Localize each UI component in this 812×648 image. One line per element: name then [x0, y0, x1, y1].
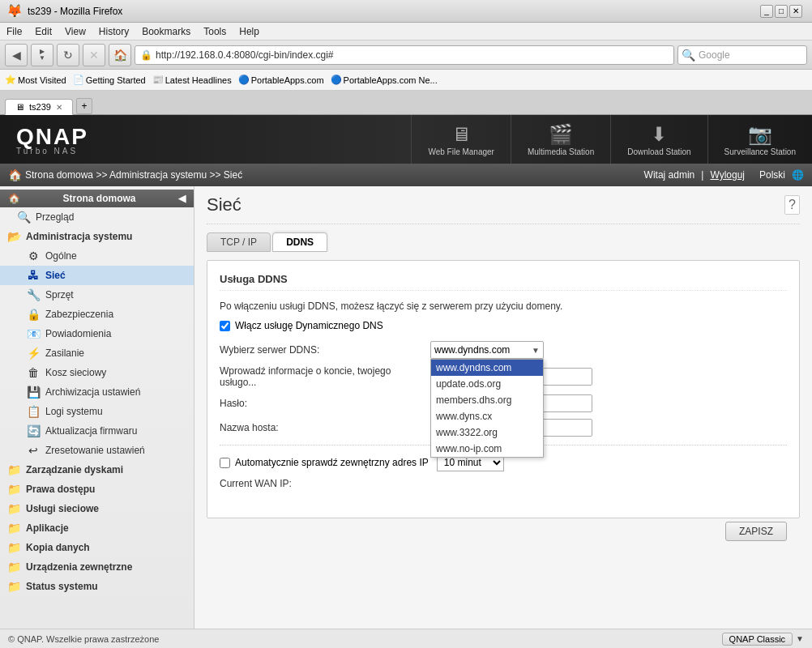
search-placeholder: Google — [699, 49, 730, 61]
sidebar-item-overview[interactable]: 🔍 Przegląd — [0, 207, 194, 227]
menu-bookmarks[interactable]: Bookmarks — [142, 26, 190, 37]
circle-icon: 🔵 — [238, 75, 250, 85]
security-icon: 🔒 — [26, 307, 41, 322]
browser-tab-ts239[interactable]: 🖥 ts239 ✕ — [5, 99, 73, 115]
reset-icon: ↩ — [26, 443, 41, 458]
dropdown-arrow-classic[interactable]: ▼ — [796, 634, 804, 643]
qnap-sidebar: 🏠 Strona domowa ◀ 🔍 Przegląd 📂 Administr… — [0, 186, 194, 629]
browser-menubar: File Edit View History Bookmarks Tools H… — [0, 23, 812, 40]
minimize-button[interactable]: _ — [760, 5, 773, 18]
option-3322[interactable]: www.3322.org — [431, 424, 543, 441]
power-icon: ⚡ — [26, 346, 41, 360]
server-label: Wybierz serwer DDNS: — [220, 344, 430, 356]
enable-ddns-row: Włącz usługę Dynamicznego DNS — [220, 320, 787, 331]
page-title-row: Sieć ? — [207, 194, 800, 215]
sidebar-item-recycle[interactable]: 🗑 Kosz sieciowy — [0, 363, 194, 382]
sidebar-item-general[interactable]: ⚙ Ogólne — [0, 246, 194, 266]
menu-tools[interactable]: Tools — [203, 26, 226, 37]
browser-title: ts239 - Mozilla Firefox — [28, 6, 122, 17]
ddns-section-title: Usługa DDNS — [220, 273, 787, 291]
enable-ddns-checkbox[interactable] — [220, 321, 230, 331]
option-noip[interactable]: www.no-ip.com — [431, 441, 543, 457]
sidebar-item-hardware[interactable]: 🔧 Sprzęt — [0, 285, 194, 305]
qnap-app: QNAP Turbo NAS 🖥 Web File Manager 🎬 Mult… — [0, 115, 812, 648]
qnap-bottombar: © QNAP. Wszelkie prawa zastrzeżone QNAP … — [0, 629, 812, 648]
bookmark-portableapps2[interactable]: 🔵 PortableApps.com Ne... — [331, 75, 438, 85]
ddns-description: Po włączeniu usługi DDNS, możesz łączyć … — [220, 301, 787, 312]
close-button[interactable]: ✕ — [789, 5, 802, 18]
option-dhs[interactable]: members.dhs.org — [431, 392, 543, 408]
menu-help[interactable]: Help — [239, 26, 259, 37]
home-button[interactable]: 🏠 — [109, 44, 131, 66]
nav-surveillance-station[interactable]: 📷 Surveillance Station — [707, 115, 812, 164]
sidebar-item-notifications[interactable]: 📧 Powiadomienia — [0, 324, 194, 343]
content-tabs: TCP / IP DDNS — [207, 232, 800, 252]
maximize-button[interactable]: □ — [775, 5, 788, 18]
sidebar-item-backup[interactable]: 💾 Archiwizacja ustawień — [0, 382, 194, 402]
option-dyndns[interactable]: www.dyndns.com — [431, 360, 543, 376]
hardware-icon: 🔧 — [26, 288, 41, 302]
sidebar-item-system-status[interactable]: 📁 Status systemu — [0, 577, 194, 596]
sidebar-item-network[interactable]: 🖧 Sieć — [0, 266, 194, 285]
sidebar-item-net-services[interactable]: 📁 Usługi sieciowe — [0, 499, 194, 518]
notifications-icon: 📧 — [26, 326, 41, 341]
option-dyns[interactable]: www.dyns.cx — [431, 408, 543, 424]
tab-close-button[interactable]: ✕ — [56, 103, 62, 112]
option-ods[interactable]: update.ods.org — [431, 376, 543, 392]
sidebar-item-ext-devices[interactable]: 📁 Urządzenia zewnętrzne — [0, 557, 194, 577]
sidebar-collapse-icon[interactable]: ◀ — [178, 193, 186, 204]
sidebar-item-logs[interactable]: 📋 Logi systemu — [0, 402, 194, 421]
surveillance-icon: 📷 — [748, 123, 772, 146]
wan-ip-label: Current WAN IP: — [220, 478, 430, 489]
nav-download-station[interactable]: ⬇ Download Station — [610, 115, 707, 164]
reload-button[interactable]: ↻ — [57, 44, 79, 66]
folder-ext-icon: 📁 — [6, 560, 21, 574]
bookmark-latest-headlines[interactable]: 📰 Latest Headlines — [152, 75, 232, 85]
new-tab-button[interactable]: + — [76, 98, 92, 114]
sidebar-item-apps[interactable]: 📁 Aplikacje — [0, 518, 194, 538]
menu-file[interactable]: File — [6, 26, 22, 37]
qnap-classic-button[interactable]: QNAP Classic — [722, 633, 793, 646]
browser-titlebar: 🦊 ts239 - Mozilla Firefox _ □ ✕ — [0, 0, 812, 23]
sidebar-item-reset[interactable]: ↩ Zresetowanie ustawień — [0, 441, 194, 460]
window-controls[interactable]: _ □ ✕ — [760, 5, 802, 18]
menu-history[interactable]: History — [99, 26, 129, 37]
bookmark-most-visited[interactable]: ⭐ Most Visited — [5, 75, 66, 85]
browser-icon: 🦊 — [6, 3, 23, 19]
stop-button[interactable]: ✕ — [83, 44, 105, 66]
sidebar-item-admin[interactable]: 📂 Administracja systemu — [0, 227, 194, 246]
home-icon: 🏠 — [8, 168, 22, 181]
bookmark-portableapps[interactable]: 🔵 PortableApps.com — [238, 75, 324, 85]
nav-multimedia-station[interactable]: 🎬 Multimedia Station — [511, 115, 610, 164]
menu-edit[interactable]: Edit — [35, 26, 52, 37]
sidebar-item-firmware[interactable]: 🔄 Aktualizacja firmwaru — [0, 421, 194, 441]
network-icon: 🖧 — [26, 268, 41, 283]
address-bar[interactable]: 🔒 http://192.168.0.4:8080/cgi-bin/index.… — [135, 45, 674, 65]
settings-icon: ⚙ — [26, 249, 41, 263]
forward-button[interactable]: ▶ ▼ — [31, 44, 53, 66]
server-select-row: Wybierz serwer DDNS: www.dyndns.com ▼ ww… — [220, 341, 787, 359]
auto-check-checkbox[interactable] — [220, 458, 230, 468]
bookmark-getting-started[interactable]: 📄 Getting Started — [73, 75, 146, 85]
server-dropdown[interactable]: www.dyndns.com ▼ — [430, 341, 544, 359]
sidebar-item-power[interactable]: ⚡ Zasilanie — [0, 343, 194, 363]
circle-icon2: 🔵 — [331, 75, 342, 85]
hostname-label: Nazwa hosta: — [220, 422, 430, 433]
backup-icon: 💾 — [26, 385, 41, 399]
sidebar-item-disk-mgmt[interactable]: 📁 Zarządzanie dyskami — [0, 460, 194, 480]
back-button[interactable]: ◀ — [5, 44, 28, 66]
sidebar-item-security[interactable]: 🔒 Zabezpieczenia — [0, 305, 194, 324]
logout-link[interactable]: Wyloguj — [710, 169, 745, 181]
help-icon[interactable]: ? — [784, 195, 800, 215]
sidebar-item-backup-data[interactable]: 📁 Kopia danych — [0, 538, 194, 557]
recycle-icon: 🗑 — [26, 365, 41, 380]
address-text: http://192.168.0.4:8080/cgi-bin/index.cg… — [156, 49, 334, 61]
tab-bar: 🖥 ts239 ✕ + — [0, 91, 812, 115]
menu-view[interactable]: View — [65, 26, 86, 37]
tab-ddns[interactable]: DDNS — [272, 232, 327, 252]
sidebar-item-access[interactable]: 📁 Prawa dostępu — [0, 480, 194, 499]
tab-tcp-ip[interactable]: TCP / IP — [207, 232, 271, 252]
nav-web-file-manager[interactable]: 🖥 Web File Manager — [411, 115, 511, 164]
language-selector[interactable]: Polski — [759, 169, 785, 181]
save-button[interactable]: ZAPISZ — [725, 522, 787, 541]
